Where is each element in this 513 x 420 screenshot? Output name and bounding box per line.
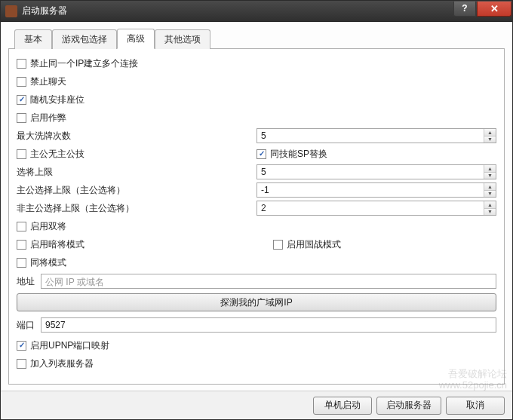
label-max-shuffle: 最大洗牌次数 (17, 130, 71, 143)
tab-other[interactable]: 其他选项 (155, 29, 210, 49)
spin-choose-general-limit-value[interactable]: 5 (257, 165, 484, 179)
spin-nonlord-choose-limit-value[interactable]: 2 (257, 201, 484, 215)
checkbox-enable-kingdom[interactable] (273, 240, 283, 250)
checkbox-add-list[interactable] (17, 359, 26, 369)
spin-arrows: ▲ ▼ (484, 129, 496, 143)
dialog-window: 启动服务器 ? ✕ 基本 游戏包选择 高级 其他选项 禁止同一个IP建立多个连接… (0, 0, 513, 420)
label-lord-choose-limit: 主公选择上限（主公选将） (17, 184, 125, 197)
checkbox-same-general-mode[interactable] (17, 258, 26, 268)
app-icon (5, 5, 17, 17)
tab-package[interactable]: 游戏包选择 (52, 29, 117, 49)
spin-lord-choose-limit-value[interactable]: -1 (257, 183, 484, 197)
spin-down-icon[interactable]: ▼ (484, 191, 496, 198)
spin-max-shuffle-value[interactable]: 5 (257, 129, 484, 143)
spin-nonlord-choose-limit[interactable]: 2 ▲ ▼ (256, 201, 496, 216)
spin-down-icon[interactable]: ▼ (484, 173, 496, 179)
spin-up-icon[interactable]: ▲ (484, 201, 496, 209)
label-enable-hidden: 启用暗将模式 (30, 238, 84, 251)
port-input[interactable]: 9527 (41, 317, 496, 333)
address-input[interactable]: 公网 IP 或域名 (41, 274, 496, 289)
dialog-footer: 单机启动 启动服务器 取消 (1, 391, 512, 419)
label-enable-dual: 启用双将 (30, 220, 66, 233)
single-player-button[interactable]: 单机启动 (313, 397, 372, 415)
start-server-button[interactable]: 启动服务器 (376, 397, 441, 415)
close-button[interactable]: ✕ (477, 2, 511, 17)
label-port: 端口 (17, 319, 41, 332)
checkbox-random-seat[interactable] (17, 95, 26, 105)
tab-strip: 基本 游戏包选择 高级 其他选项 (8, 28, 505, 48)
spin-up-icon[interactable]: ▲ (484, 129, 496, 136)
checkbox-enable-dual[interactable] (17, 222, 26, 231)
spin-arrows: ▲ ▼ (484, 183, 496, 197)
spin-arrows: ▲ ▼ (484, 201, 496, 215)
label-forbid-same-ip: 禁止同一个IP建立多个连接 (30, 57, 138, 70)
spin-lord-choose-limit[interactable]: -1 ▲ ▼ (256, 182, 496, 198)
label-same-general-mode: 同将模式 (30, 256, 66, 269)
checkbox-forbid-chat[interactable] (17, 77, 26, 87)
spin-up-icon[interactable]: ▲ (484, 165, 496, 173)
label-nonlord-choose-limit: 非主公选择上限（主公选将） (17, 202, 134, 215)
checkbox-upnp[interactable] (17, 341, 26, 351)
checkbox-forbid-same-ip[interactable] (17, 59, 26, 69)
checkbox-lord-no-skill[interactable] (17, 149, 26, 159)
label-enable-kingdom: 启用国战模式 (287, 238, 341, 251)
client-area: 基本 游戏包选择 高级 其他选项 禁止同一个IP建立多个连接 禁止聊天 随机安排… (1, 22, 512, 391)
spin-max-shuffle[interactable]: 5 ▲ ▼ (256, 128, 496, 143)
label-upnp: 启用UPNP端口映射 (30, 339, 109, 352)
help-button[interactable]: ? (453, 2, 476, 17)
checkbox-enable-cheat[interactable] (17, 113, 26, 123)
spin-down-icon[interactable]: ▼ (484, 209, 496, 216)
label-address: 地址 (17, 275, 41, 288)
label-enable-cheat: 启用作弊 (30, 112, 66, 124)
titlebar: 启动服务器 ? ✕ (1, 1, 512, 22)
label-random-seat: 随机安排座位 (30, 94, 84, 106)
window-title: 启动服务器 (22, 5, 453, 17)
checkbox-same-skill-sp[interactable] (256, 149, 266, 159)
label-forbid-chat: 禁止聊天 (30, 75, 66, 88)
spin-up-icon[interactable]: ▲ (484, 183, 496, 191)
tab-panel-advanced: 禁止同一个IP建立多个连接 禁止聊天 随机安排座位 启用作弊 最大洗牌次数 (8, 48, 505, 385)
spin-down-icon[interactable]: ▼ (484, 136, 496, 143)
label-lord-no-skill: 主公无主公技 (30, 148, 84, 161)
detect-wan-ip-button[interactable]: 探测我的广域网IP (17, 293, 496, 311)
label-choose-general-limit: 选将上限 (17, 166, 53, 179)
label-add-list: 加入列表服务器 (30, 357, 94, 370)
checkbox-enable-hidden[interactable] (17, 240, 26, 250)
spin-choose-general-limit[interactable]: 5 ▲ ▼ (256, 164, 496, 179)
label-same-skill-sp: 同技能SP替换 (270, 148, 327, 161)
tab-basic[interactable]: 基本 (14, 29, 52, 49)
spin-arrows: ▲ ▼ (484, 165, 496, 179)
cancel-button[interactable]: 取消 (446, 397, 505, 415)
tab-advanced[interactable]: 高级 (117, 29, 155, 49)
